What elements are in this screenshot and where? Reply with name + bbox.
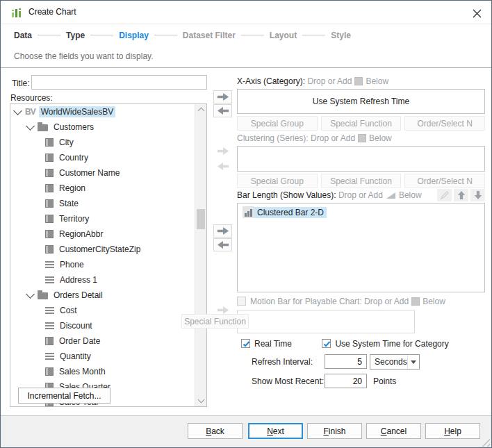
refresh-interval-label: Refresh Interval: — [252, 357, 313, 367]
cube-icon — [45, 230, 54, 238]
chevron-down-icon[interactable] — [26, 122, 35, 131]
window-title: Create Chart — [28, 7, 76, 17]
realtime-row: Real Time Use System Time for Category — [237, 339, 485, 349]
tree-node-label: Order Date — [57, 335, 102, 347]
xaxis-drop-hint: Drop or Add — [307, 76, 352, 86]
move-down-icon[interactable] — [470, 189, 485, 201]
tree-node[interactable]: State — [10, 196, 195, 211]
wizard-description: Choose the fields you want to display. — [14, 51, 154, 61]
tree-node[interactable]: Phone — [10, 257, 195, 272]
back-button[interactable]: Back — [188, 423, 243, 439]
wizard-step-style[interactable]: Style — [331, 31, 351, 40]
chart-title-label: Title: — [12, 78, 30, 88]
tree-node-label: WorldWideSalesBV — [39, 106, 115, 117]
drop-target-icon — [354, 77, 363, 85]
special-function-button-clustering: Special Function — [321, 174, 402, 188]
move-up-icon[interactable] — [454, 189, 468, 201]
xaxis-label: X-Axis (Category): — [237, 76, 305, 86]
tree-node[interactable]: Territory — [10, 211, 195, 226]
chart-title-input[interactable] — [31, 75, 207, 90]
tree-node[interactable]: City — [10, 135, 195, 150]
tree-node[interactable]: Customer Name — [10, 165, 195, 181]
cube-icon — [45, 154, 54, 162]
motion-below-hint: Below — [423, 297, 445, 306]
tree-node[interactable]: Discount — [10, 318, 195, 333]
resources-tree: WorldWideSalesBVCustomersCityCountryCust… — [10, 103, 207, 407]
tree-node[interactable]: Country — [10, 150, 195, 165]
wizard-step-layout[interactable]: Layout — [270, 31, 297, 40]
scroll-up-icon[interactable] — [198, 108, 205, 115]
drop-target-icon — [358, 134, 366, 142]
clustering-field[interactable] — [237, 146, 485, 172]
tree-node-label: Customer Name — [57, 167, 122, 179]
titlebar: Create Chart — [1, 1, 491, 24]
xaxis-field[interactable]: Use System Refresh Time — [237, 89, 485, 114]
move-right-button-xaxis[interactable] — [213, 90, 232, 103]
tree-node-label: Orders Detail — [51, 290, 105, 301]
order-select-n-button-clustering: Order/Select N — [404, 174, 485, 188]
show-most-recent-input[interactable] — [325, 374, 367, 388]
move-left-button-xaxis[interactable] — [213, 104, 232, 117]
tree-node[interactable]: Address 1 — [10, 272, 195, 288]
chevron-down-icon[interactable] — [13, 106, 22, 115]
tree-node[interactable]: Order Date — [10, 333, 195, 349]
tree-node[interactable]: Region — [10, 181, 195, 196]
incremental-fetch-button[interactable]: Incremental Fetch... — [18, 388, 110, 404]
cube-icon — [45, 169, 54, 177]
tree-node-label: Region — [57, 183, 88, 194]
tree-node-label: RegionAbbr — [57, 229, 105, 240]
cancel-button[interactable]: Cancel — [366, 423, 421, 439]
show-most-recent-label: Show Most Recent: — [252, 376, 324, 386]
tree-node[interactable]: Quantity — [10, 349, 195, 364]
step-separator — [154, 35, 177, 35]
tree-node[interactable]: Sales Month — [10, 364, 195, 379]
tree-node[interactable]: CustomerCityStateZip — [10, 242, 195, 257]
resources-label: Resources: — [10, 93, 53, 103]
clustered-bar-icon — [243, 206, 254, 218]
move-right-button-barlength[interactable] — [213, 224, 232, 238]
wizard-step-data[interactable]: Data — [14, 31, 32, 40]
scroll-down-icon[interactable] — [198, 397, 205, 404]
tree-scrollbar[interactable] — [195, 104, 206, 406]
edit-icon — [437, 189, 452, 201]
real-time-label: Real Time — [254, 339, 292, 349]
list-item[interactable]: Clustered Bar 2-D — [243, 206, 484, 219]
special-function-button-xaxis: Special Function — [321, 116, 402, 131]
resize-grip-icon[interactable] — [481, 438, 490, 447]
wizard-step-display[interactable]: Display — [119, 31, 149, 40]
finish-button[interactable]: Finish — [307, 423, 362, 439]
barlength-header: Bar Length (Show Values): Drop or AddBel… — [237, 189, 485, 201]
scrollbar-thumb[interactable] — [197, 209, 205, 229]
cube-icon — [45, 337, 54, 345]
system-time-checkbox[interactable] — [322, 339, 331, 348]
barlength-below-hint: Below — [399, 190, 422, 200]
wizard-step-type[interactable]: Type — [66, 31, 85, 40]
chevron-down-icon[interactable] — [26, 290, 35, 299]
tree-node[interactable]: RegionAbbr — [10, 226, 195, 242]
drop-target-triangle-icon — [386, 192, 395, 199]
chart-app-icon — [10, 6, 23, 19]
help-button[interactable]: Help — [425, 423, 480, 439]
move-left-button-barlength[interactable] — [213, 238, 232, 251]
special-function-button-motion: Special Function — [181, 314, 249, 329]
barlength-label: Bar Length (Show Values): — [237, 190, 336, 200]
move-left-button-clustering — [213, 160, 232, 173]
points-label: Points — [373, 376, 396, 386]
tree-node[interactable]: Customers — [10, 119, 195, 135]
lines-icon — [45, 261, 54, 268]
wizard-step-dataset-filter[interactable]: Dataset Filter — [183, 31, 236, 40]
tree-node[interactable]: WorldWideSalesBV — [10, 104, 195, 119]
clustering-header: Clustering (Series): Drop or AddBelow — [237, 133, 485, 143]
tree-node[interactable]: Orders Detail — [10, 288, 195, 303]
tree-node[interactable]: Cost — [10, 303, 195, 318]
real-time-checkbox[interactable] — [241, 339, 250, 348]
tree-node-label: Territory — [57, 213, 91, 224]
lines-icon — [45, 276, 54, 283]
close-icon[interactable] — [469, 6, 484, 21]
interval-unit-select[interactable]: Seconds — [370, 354, 420, 370]
tree-node-label: Address 1 — [58, 274, 99, 285]
next-button[interactable]: Next — [248, 423, 303, 439]
motion-checkbox — [237, 297, 246, 306]
step-separator — [241, 35, 264, 35]
refresh-interval-input[interactable] — [325, 354, 367, 369]
